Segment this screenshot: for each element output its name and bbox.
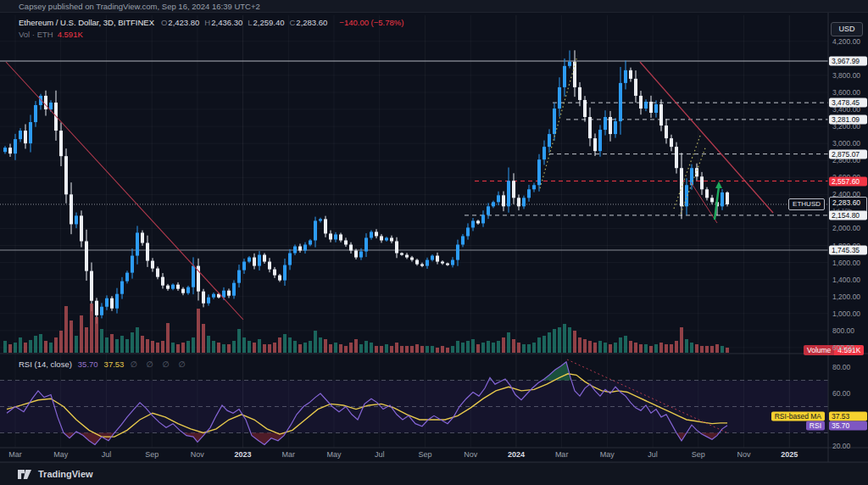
price-level-badge: 3,967.99 (829, 57, 867, 66)
time-tick-label: Jul (648, 450, 658, 459)
price-level-badge: 1,745.35 (829, 245, 867, 254)
time-tick-label: Jul (375, 450, 385, 459)
attribution-bar: Capsey published on TradingView.com, Sep… (0, 0, 868, 13)
price-tick-label: 3,600.00 (832, 88, 860, 97)
current-price-value: 2,283.60 (832, 198, 864, 207)
time-tick-label: Sep (692, 450, 705, 459)
price-level-badge: 3,478.45 (829, 98, 867, 108)
time-tick-label: Sep (418, 450, 431, 459)
volume-legend: Vol · ETH4.591K (19, 30, 83, 39)
price-tick-label: 600.00 (832, 343, 854, 352)
time-tick-label: Mar (8, 450, 22, 459)
time-tick-label: May (327, 450, 342, 459)
ohlc-h-value: H2,436.30 (204, 18, 242, 27)
time-tick-label: Nov (191, 450, 204, 459)
price-tick-label: 1,000.00 (832, 309, 860, 318)
price-tick-label: 800.00 (832, 326, 854, 335)
time-tick-label: 2024 (508, 450, 525, 459)
ohlc-l-value: L2,259.40 (248, 18, 284, 27)
rsi-legend-title[interactable]: RSI (14, close) (19, 360, 72, 369)
ohlc-values: O2,423.80H2,436.30L2,259.40C2,283.60 (161, 18, 332, 27)
rsi-tick-label: 60.00 (832, 389, 850, 398)
ohlc-o-value: O2,423.80 (161, 18, 199, 27)
rsi-tick-label: 20.00 (832, 442, 850, 450)
time-axis[interactable]: MarMayJulSepNov2023MarMayJulSepNov2024Ma… (0, 448, 828, 462)
price-level-badge: 3,281.09 (829, 114, 867, 124)
volume-value: 4.591K (58, 30, 83, 39)
change-value: −140.00 (−5.78%) (339, 18, 403, 27)
symbol-legend: Ethereum / U.S. Dollar, 3D, BITFINEX O2,… (19, 18, 403, 27)
volume-label: Vol · ETH (19, 30, 53, 39)
rsi-legend: RSI (14, close) 35.70 37.53 ∅ ∅ ∅ ∅ (19, 360, 188, 369)
rsi-ma-badge-value: 37.53 (829, 412, 867, 421)
tradingview-chart-screen: Capsey published on TradingView.com, Sep… (0, 0, 868, 485)
time-tick-label: Nov (464, 450, 477, 459)
price-tick-label: 1,200.00 (832, 293, 860, 301)
time-tick-label: 2025 (781, 450, 798, 459)
price-tick-label: 4,200.00 (832, 37, 860, 46)
time-tick-label: 2023 (235, 450, 252, 459)
rsi-tick-label: 80.00 (832, 363, 850, 371)
volume-badge-label: Volume (804, 345, 834, 355)
tradingview-logo-icon (17, 469, 32, 480)
price-tick-label: 3,000.00 (832, 139, 860, 148)
rsi-ma-badge-label: RSI-based MA (771, 412, 825, 421)
rsi-badge-label: RSI (806, 421, 825, 431)
rsi-legend-empty-slots: ∅ ∅ ∅ ∅ (130, 360, 188, 369)
footer-bar: TradingView (0, 462, 868, 485)
time-tick-label: May (600, 450, 615, 459)
price-level-badge: 2,875.07 (829, 149, 867, 159)
symbol-title[interactable]: Ethereum / U.S. Dollar, 3D, BITFINEX (19, 18, 154, 27)
rsi-ma-legend-value: 37.53 (104, 360, 125, 369)
price-level-badge: 2,154.80 (829, 210, 867, 220)
price-tick-label: 2,400.00 (832, 190, 860, 198)
time-tick-label: Mar (555, 450, 569, 459)
currency-usd-button[interactable]: USD (831, 22, 863, 36)
price-tick-label: 1,600.00 (832, 259, 860, 267)
price-level-badge: 2,557.60 (829, 176, 867, 186)
time-tick-label: Nov (737, 450, 751, 459)
time-tick-label: Sep (145, 450, 159, 459)
price-tick-label: 1,400.00 (832, 276, 860, 284)
price-tick-label: 2,000.00 (832, 224, 860, 232)
time-tick-label: Jul (102, 450, 112, 459)
rsi-badge-value: 35.70 (829, 421, 867, 431)
main-chart-area[interactable] (0, 13, 828, 448)
time-tick-label: Mar (282, 450, 296, 459)
price-tick-label: 3,800.00 (832, 71, 860, 80)
time-tick-label: May (53, 450, 68, 459)
price-line-symbol-pill: ETHUSD (788, 198, 825, 210)
rsi-legend-value: 35.70 (78, 360, 98, 369)
ohlc-c-value: C2,283.60 (289, 18, 327, 27)
footer-brand[interactable]: TradingView (38, 469, 93, 479)
